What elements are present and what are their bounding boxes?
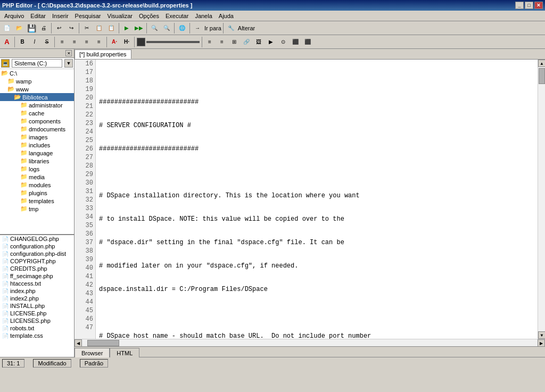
tree-label-tmp: tmp (29, 206, 38, 212)
tree-item-components[interactable]: 📁 components (0, 117, 74, 125)
file-index2[interactable]: 📄 index2.php (0, 295, 74, 302)
italic-btn[interactable]: I (29, 36, 40, 48)
tree-item-includes[interactable]: 📁 includes (0, 141, 74, 149)
heading-btn[interactable]: H· (121, 36, 133, 48)
drive-dropdown[interactable]: Sistema (C:) (12, 59, 62, 68)
open-btn[interactable]: 📂 (13, 22, 25, 34)
media-btn[interactable]: ▶ (265, 36, 277, 48)
main-toolbar: 📄 📂 💾 🖨 ↩ ↪ ✂ 📋 📋 ▶ ▶▶ 🔍 🔍 🌐 → Ir para 🔧… (0, 21, 545, 35)
font-A-btn[interactable]: A (1, 36, 13, 48)
menu-pesquisar[interactable]: Pesquisar (72, 12, 104, 20)
save-btn[interactable]: 💾 (26, 22, 37, 34)
file-htaccess[interactable]: 📄 htaccess.txt (0, 280, 74, 287)
tree-item-biblioteca[interactable]: 📂 Biblioteca (0, 93, 74, 101)
menu-editar[interactable]: Editar (27, 12, 49, 20)
cut-btn[interactable]: ✂ (81, 22, 93, 34)
titlebar: PHP Editor - [ C:\Dspace3.2\dspace-3.2-s… (0, 0, 545, 11)
copy-btn[interactable]: 📋 (93, 22, 105, 34)
tree-item-dmdocuments[interactable]: 📁 dmdocuments (0, 125, 74, 133)
list-btn[interactable]: ≡ (204, 36, 216, 48)
menu-executar[interactable]: Executar (162, 12, 192, 20)
tree-item-cache[interactable]: 📁 cache (0, 109, 74, 117)
browser-btn[interactable]: 🌐 (176, 22, 188, 34)
scroll-left-btn[interactable]: ◀ (75, 339, 82, 347)
new-btn[interactable]: 📄 (1, 22, 13, 34)
bold-btn[interactable]: B (16, 36, 28, 48)
file-license[interactable]: 📄 LICENSE.php (0, 310, 74, 317)
color-black[interactable] (137, 38, 145, 46)
debug-btn[interactable]: ▶▶ (133, 22, 145, 34)
tree-item-modules[interactable]: 📁 modules (0, 181, 74, 189)
tree-item-c[interactable]: 📂 C:\ (0, 69, 74, 77)
table-btn[interactable]: ⊞ (228, 36, 240, 48)
redo-btn[interactable]: ↪ (65, 22, 77, 34)
tree-item-wamp[interactable]: 📁 wamp (0, 77, 74, 85)
tree-area[interactable]: 📂 C:\ 📁 wamp 📂 www 📂 Biblioteca (0, 69, 74, 234)
menu-janela[interactable]: Janela (192, 12, 215, 20)
minimize-btn[interactable]: _ (515, 2, 524, 9)
align-justify-btn[interactable]: ≡ (93, 36, 105, 48)
run-btn[interactable]: ▶ (121, 22, 133, 34)
file-configuration[interactable]: 📄 configuration.php (0, 243, 74, 250)
tree-item-templates[interactable]: 📁 templates (0, 197, 74, 205)
drive-arrow[interactable]: ▼ (64, 59, 73, 68)
align-left-btn[interactable]: ≡ (56, 36, 68, 48)
menu-arquivo[interactable]: Arquivo (1, 12, 27, 20)
file-ff-secimage[interactable]: 📄 ff_secimage.php (0, 272, 74, 280)
close-btn[interactable]: ✕ (534, 2, 543, 9)
search-btn[interactable]: 🔍 (148, 22, 160, 34)
alter-area: 🔧 Alterar (225, 22, 255, 34)
tree-item-logs[interactable]: 📁 logs (0, 165, 74, 173)
undo-btn[interactable]: ↩ (53, 22, 65, 34)
menu-inserir[interactable]: Inserir (49, 12, 72, 20)
file-index[interactable]: 📄 index.php (0, 287, 74, 295)
maximize-btn[interactable]: □ (525, 2, 533, 9)
tab-html[interactable]: HTML (110, 348, 139, 357)
editor-tab-build[interactable]: [*] build.properties (75, 49, 131, 59)
strikethrough-btn[interactable]: S (41, 36, 53, 48)
scroll-thumb[interactable] (539, 68, 545, 84)
file-panel-close[interactable]: ✕ (65, 50, 72, 56)
scroll-up-btn[interactable]: ▲ (538, 60, 545, 67)
h-scroll-thumb[interactable] (87, 340, 119, 346)
file-configuration-dist[interactable]: 📄 configuration.php-dist (0, 250, 74, 257)
color-A-btn[interactable]: A· (109, 36, 120, 48)
tree-item-administrator[interactable]: 📁 administrator (0, 101, 74, 109)
scroll-track[interactable] (538, 67, 545, 331)
file-install[interactable]: 📄 INSTALL.php (0, 302, 74, 310)
block-btn[interactable]: ⬛ (290, 36, 301, 48)
h-scroll-track[interactable] (82, 339, 538, 346)
file-CHANGELOG[interactable]: 📄 CHANGELOG.php (0, 235, 74, 243)
tree-item-www[interactable]: 📂 www (0, 85, 74, 93)
tree-item-plugins[interactable]: 📁 plugins (0, 189, 74, 197)
tree-item-tmp[interactable]: 📁 tmp (0, 205, 74, 213)
file-template-css[interactable]: 📄 template.css (0, 332, 74, 339)
img-btn[interactable]: 🖼 (253, 36, 265, 48)
tree-item-libraries[interactable]: 📁 libraries (0, 157, 74, 165)
scroll-down-btn[interactable]: ▼ (538, 331, 545, 339)
tab-browser[interactable]: Browser (75, 348, 110, 357)
file-copyright[interactable]: 📄 COPYRIGHT.php (0, 257, 74, 265)
file-licenses[interactable]: 📄 LICENSES.php (0, 317, 74, 324)
menu-ajuda[interactable]: Ajuda (216, 12, 237, 20)
hr-btn[interactable] (146, 41, 200, 43)
code-content[interactable]: ########################## # SERVER CONF… (96, 60, 538, 339)
file-credits[interactable]: 📄 CREDITS.php (0, 265, 74, 272)
link-btn[interactable]: 🔗 (241, 36, 252, 48)
snippet-btn[interactable]: ⬛ (302, 36, 313, 48)
paste-btn[interactable]: 📋 (105, 22, 117, 34)
menu-visualizar[interactable]: Visualizar (104, 12, 136, 20)
special-btn[interactable]: ⊙ (277, 36, 289, 48)
menu-opcoes[interactable]: Opções (136, 12, 162, 20)
file-list[interactable]: 📄 CHANGELOG.php 📄 configuration.php 📄 co… (0, 235, 74, 357)
tree-item-images[interactable]: 📁 images (0, 133, 74, 141)
print-btn[interactable]: 🖨 (38, 22, 49, 34)
scroll-right-btn[interactable]: ▶ (538, 339, 545, 347)
align-center-btn[interactable]: ≡ (69, 36, 80, 48)
file-robots[interactable]: 📄 robots.txt (0, 324, 74, 332)
replace-btn[interactable]: 🔍 (161, 22, 172, 34)
align-right-btn[interactable]: ≡ (81, 36, 93, 48)
ol-btn[interactable]: ≡ (216, 36, 228, 48)
tree-item-media[interactable]: 📁 media (0, 173, 74, 181)
tree-item-language[interactable]: 📁 language (0, 149, 74, 157)
